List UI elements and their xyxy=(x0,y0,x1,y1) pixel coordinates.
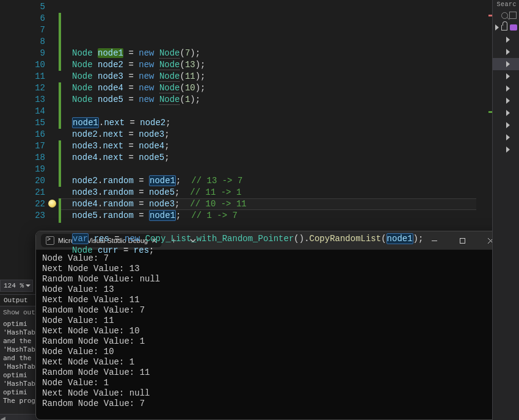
sidebar-row[interactable] xyxy=(493,70,519,82)
line-number[interactable]: 21 xyxy=(0,187,45,198)
sidebar-row[interactable] xyxy=(493,143,519,156)
line-number[interactable]: 6 xyxy=(0,13,45,24)
sidebar-row[interactable] xyxy=(493,46,519,58)
code-line[interactable]: node4.next = node5; xyxy=(72,152,519,164)
line-number[interactable]: 12 xyxy=(0,82,45,94)
debug-console-window[interactable]: Microsoft Visual Studio Debug ✕ ＋ Node V… xyxy=(35,231,508,420)
code-line[interactable]: node1.next = node2; xyxy=(72,117,519,129)
code-line[interactable]: node5.random = node1; // 1 -> 7 xyxy=(72,210,519,222)
line-number[interactable]: 10 xyxy=(0,59,45,71)
line-number[interactable]: 15 xyxy=(0,117,45,129)
sidebar-top-icons xyxy=(493,9,519,21)
line-number[interactable]: 19 xyxy=(0,164,45,175)
console-line: Random Node Value: 11 xyxy=(42,368,501,378)
line-number[interactable]: 18 xyxy=(0,152,45,164)
line-number[interactable]: 11 xyxy=(0,71,45,82)
expand-icon xyxy=(506,61,510,67)
code-editor[interactable]: 567891011121314151617181920212223 Node n… xyxy=(0,0,519,231)
console-output[interactable]: Node Value: 7Next Node Value: 13Random N… xyxy=(36,250,507,419)
line-number[interactable]: 8 xyxy=(0,36,45,48)
console-line: Node Value: 13 xyxy=(42,284,501,295)
line-number-gutter[interactable]: 567891011121314151617181920212223 xyxy=(0,0,59,231)
code-line[interactable] xyxy=(72,164,519,175)
console-line: Next Node Value: 10 xyxy=(42,326,501,336)
code-line[interactable]: Node node1 = new Node(7); xyxy=(72,48,519,59)
right-sidebar[interactable]: Searc xyxy=(492,0,519,420)
code-line[interactable]: Node node5 = new Node(1); xyxy=(72,94,519,106)
sidebar-row[interactable] xyxy=(493,107,519,119)
code-line[interactable]: node2.next = node3; xyxy=(72,129,519,140)
console-line: Random Node Value: null xyxy=(42,274,501,284)
line-number[interactable]: 16 xyxy=(0,129,45,140)
expand-icon xyxy=(495,24,499,31)
line-number[interactable]: 14 xyxy=(0,106,45,117)
expand-icon xyxy=(506,147,510,153)
console-line: Node Value: 1 xyxy=(42,378,501,388)
code-line[interactable] xyxy=(72,36,519,48)
console-line: Random Node Value: 7 xyxy=(42,399,501,409)
expand-icon xyxy=(506,122,510,128)
sidebar-search-header[interactable]: Searc xyxy=(493,0,519,9)
minimize-button[interactable] xyxy=(422,232,446,249)
line-number[interactable]: 13 xyxy=(0,94,45,106)
window-icon[interactable] xyxy=(509,12,517,19)
console-line: Node Value: 11 xyxy=(42,316,501,326)
code-line[interactable]: Node node4 = new Node(10); xyxy=(72,82,519,94)
code-area[interactable]: Node node1 = new Node(7);Node node2 = ne… xyxy=(61,0,519,231)
console-line: Random Node Value: 1 xyxy=(42,336,501,347)
code-line[interactable]: node2.random = node1; // 13 -> 7 xyxy=(72,175,519,187)
line-number[interactable]: 20 xyxy=(0,175,45,187)
line-number[interactable]: 22 xyxy=(0,198,45,210)
expand-icon xyxy=(506,110,510,116)
expand-icon xyxy=(506,85,510,92)
console-line: Next Node Value: 11 xyxy=(42,295,501,305)
console-line: Next Node Value: null xyxy=(42,388,501,399)
expand-icon xyxy=(506,134,510,140)
code-line[interactable]: Node node3 = new Node(11); xyxy=(72,71,519,82)
maximize-button[interactable] xyxy=(450,232,474,249)
console-line: Next Node Value: 1 xyxy=(42,357,501,368)
line-number[interactable]: 9 xyxy=(0,48,45,59)
module-icon xyxy=(510,24,517,31)
code-line[interactable] xyxy=(72,106,519,117)
expand-icon xyxy=(506,73,510,79)
sidebar-row[interactable] xyxy=(493,34,519,46)
console-line: Node Value: 10 xyxy=(42,347,501,357)
code-line[interactable]: node3.random = node5; // 11 -> 1 xyxy=(72,187,519,198)
expand-icon xyxy=(506,37,510,43)
line-number[interactable]: 5 xyxy=(0,1,45,13)
sidebar-row[interactable] xyxy=(493,131,519,143)
terminal-icon xyxy=(46,236,54,245)
svg-rect-1 xyxy=(460,238,465,243)
line-number[interactable]: 17 xyxy=(0,140,45,152)
console-line: Next Node Value: 13 xyxy=(42,264,501,274)
code-line[interactable]: node3.next = node4; xyxy=(72,140,519,152)
zoom-combo[interactable]: 124 % xyxy=(0,280,33,292)
sidebar-row[interactable] xyxy=(493,21,519,34)
sidebar-row[interactable] xyxy=(493,82,519,95)
zoom-value: 124 % xyxy=(4,282,24,289)
code-line[interactable]: Node node2 = new Node(13); xyxy=(72,59,519,71)
sidebar-row[interactable] xyxy=(493,95,519,107)
sidebar-row[interactable] xyxy=(493,58,519,70)
line-number[interactable]: 23 xyxy=(0,210,45,222)
search-icon[interactable] xyxy=(501,12,508,19)
expand-icon xyxy=(506,49,510,55)
line-number[interactable]: 7 xyxy=(0,24,45,36)
console-line: Random Node Value: 7 xyxy=(42,305,501,316)
sidebar-row[interactable] xyxy=(493,119,519,131)
expand-icon xyxy=(506,98,510,104)
lock-icon xyxy=(501,25,507,31)
